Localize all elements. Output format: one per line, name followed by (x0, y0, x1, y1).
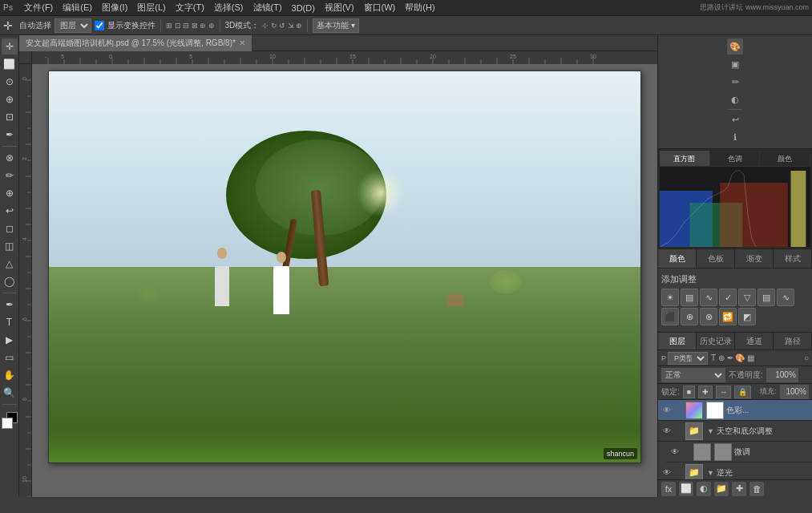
layer-item-2[interactable]: 👁 📁 ▼ 天空和底尔调整 (658, 421, 812, 442)
dodge-tool[interactable]: ◯ (2, 273, 18, 289)
histogram-svg (660, 167, 810, 247)
layer-vis-2[interactable]: 👁 (661, 426, 673, 437)
move-tool-icon: ✛ (3, 19, 13, 32)
lock-all-btn[interactable]: 🔒 (734, 386, 751, 398)
crop-tool[interactable]: ⊡ (2, 109, 18, 125)
menu-window[interactable]: 窗口(W) (359, 2, 401, 14)
adj-channelmix[interactable]: ⊗ (700, 308, 717, 325)
menu-edit[interactable]: 编辑(E) (58, 2, 97, 14)
transform-checkbox[interactable] (95, 21, 104, 30)
adj-levels[interactable]: ▤ (681, 289, 698, 306)
menu-view[interactable]: 视图(V) (320, 2, 359, 14)
layer-item-3[interactable]: 👁 微调 (666, 442, 812, 463)
menu-image[interactable]: 图像(I) (97, 2, 132, 14)
hist-tab-color[interactable]: 颜色 (760, 151, 810, 166)
menu-file[interactable]: 文件(F) (19, 2, 58, 14)
adj-colorbalance[interactable]: ∿ (777, 289, 794, 306)
menu-text[interactable]: 文字(T) (171, 2, 209, 14)
auto-select-type[interactable]: 图层 组 (55, 18, 91, 33)
pen-tool[interactable]: ✒ (2, 297, 18, 313)
history-brush-tool[interactable]: ↩ (2, 203, 18, 219)
layer-fx-button[interactable]: fx (661, 482, 676, 496)
tab-close-icon[interactable]: ✕ (239, 38, 245, 47)
menu-select[interactable]: 选择(S) (209, 2, 248, 14)
layer-mask-button[interactable]: ⬜ (679, 482, 693, 496)
lasso-tool[interactable]: ⊙ (2, 74, 18, 90)
layer-new-button[interactable]: ✚ (732, 482, 746, 496)
clone-tool[interactable]: ⊕ (2, 185, 18, 201)
menu-3d[interactable]: 3D(D) (287, 3, 320, 13)
adj-vibrance[interactable]: ▽ (738, 289, 756, 306)
lock-pixel-btn[interactable]: ■ (683, 386, 695, 398)
svg-rect-83 (791, 171, 806, 247)
panel-tab-styles[interactable]: 样式 (774, 249, 812, 268)
opacity-input[interactable] (766, 368, 798, 382)
layers-tab-layers[interactable]: 图层 (658, 333, 697, 349)
healing-tool[interactable]: ⊗ (2, 150, 18, 166)
color-icon[interactable]: 🎨 (727, 38, 743, 55)
eraser-tool[interactable]: ◻ (2, 220, 18, 236)
adj-photofilter[interactable]: ⊕ (681, 308, 698, 325)
layer-vis-3[interactable]: 👁 (669, 446, 681, 458)
layer-name-3: 微调 (734, 446, 809, 458)
shape-tool[interactable]: ▭ (2, 349, 18, 366)
blur-tool[interactable]: △ (2, 256, 18, 272)
brush-panel-icon[interactable]: ✏ (727, 74, 743, 90)
filter-toggle[interactable]: ○ (804, 353, 809, 362)
swatch-icon[interactable]: ▣ (727, 56, 743, 72)
layer-item-4[interactable]: 👁 📁 ▼ 逆光 (658, 463, 812, 479)
adj-hsl[interactable]: ▤ (757, 289, 775, 306)
svg-text:2: 2 (22, 157, 27, 160)
eyedropper-tool[interactable]: ✒ (2, 127, 18, 143)
layer-vis-1[interactable]: 👁 (661, 405, 673, 416)
menu-filter[interactable]: 滤镜(T) (248, 2, 287, 14)
canvas-tab[interactable]: 安文超高端婚图培训机构.psd @ 17.5% (光线调整, RGB/8)* ✕ (19, 35, 252, 51)
hand-tool[interactable]: ✋ (2, 367, 18, 383)
layer-delete-button[interactable]: 🗑 (749, 482, 764, 496)
adj-colorlookup[interactable]: 🔁 (719, 308, 737, 325)
layer-link-2 (675, 426, 683, 437)
adj-invert[interactable]: ◩ (738, 308, 756, 325)
hist-tab-tone[interactable]: 色调 (710, 151, 761, 166)
layers-tab-history[interactable]: 历史记录 (697, 333, 735, 349)
layer-adj-button[interactable]: ◐ (697, 482, 711, 496)
panel-tab-color[interactable]: 颜色 (658, 249, 697, 268)
layer-type-filter[interactable]: P类型 (668, 352, 708, 365)
info-icon[interactable]: ℹ (727, 129, 743, 145)
basic-functions-button[interactable]: 基本功能 ▾ (313, 18, 359, 33)
canvas-scroll[interactable]: shancun (32, 64, 657, 497)
adj-brightness[interactable]: ☀ (661, 289, 679, 306)
color-swatches[interactable] (4, 410, 15, 432)
adj-bw[interactable]: ⬛ (661, 308, 679, 325)
layers-list[interactable]: 👁 色彩... 👁 📁 ▼ 天空和底尔调整 👁 (658, 400, 812, 479)
path-select-tool[interactable]: ▶ (2, 332, 18, 348)
layers-tab-paths[interactable]: 路径 (774, 333, 812, 349)
adjustment-panel-icon[interactable]: ◐ (727, 91, 743, 107)
marquee-tool[interactable]: ⬜ (2, 56, 18, 72)
layers-tab-channels[interactable]: 通道 (735, 333, 774, 349)
blend-mode-select[interactable]: 正常 (661, 368, 725, 382)
background-color[interactable] (2, 418, 13, 429)
group-arrow-4: ▼ (707, 469, 714, 477)
fill-input[interactable] (780, 385, 809, 399)
brush-tool[interactable]: ✏ (2, 168, 18, 184)
menu-layer[interactable]: 图层(L) (132, 2, 170, 14)
lock-move-btn[interactable]: ↔ (716, 386, 731, 398)
layer-vis-4[interactable]: 👁 (661, 467, 673, 479)
adj-exposure[interactable]: ✓ (719, 289, 737, 306)
layer-item-1[interactable]: 👁 色彩... (658, 400, 812, 421)
layer-group-button[interactable]: 📁 (714, 482, 729, 496)
move-tool[interactable]: ✛ (2, 38, 18, 55)
panel-tab-swatches[interactable]: 色板 (697, 249, 735, 268)
text-tool[interactable]: T (2, 314, 18, 330)
history-icon[interactable]: ↩ (727, 111, 743, 127)
menu-help[interactable]: 帮助(H) (400, 2, 439, 14)
hist-tab-histogram[interactable]: 直方图 (660, 151, 710, 166)
adj-curves[interactable]: ∿ (700, 289, 717, 306)
quick-select-tool[interactable]: ⊕ (2, 91, 18, 107)
panel-tab-gradient[interactable]: 渐变 (735, 249, 774, 268)
zoom-tool[interactable]: 🔍 (2, 385, 18, 401)
lock-fill-btn[interactable]: ✚ (698, 386, 713, 398)
gradient-tool[interactable]: ◫ (2, 238, 18, 254)
adj-icons-row1: ☀ ▤ ∿ ✓ ▽ ▤ ∿ ⬛ ⊕ ⊗ 🔁 ◩ (661, 289, 809, 325)
